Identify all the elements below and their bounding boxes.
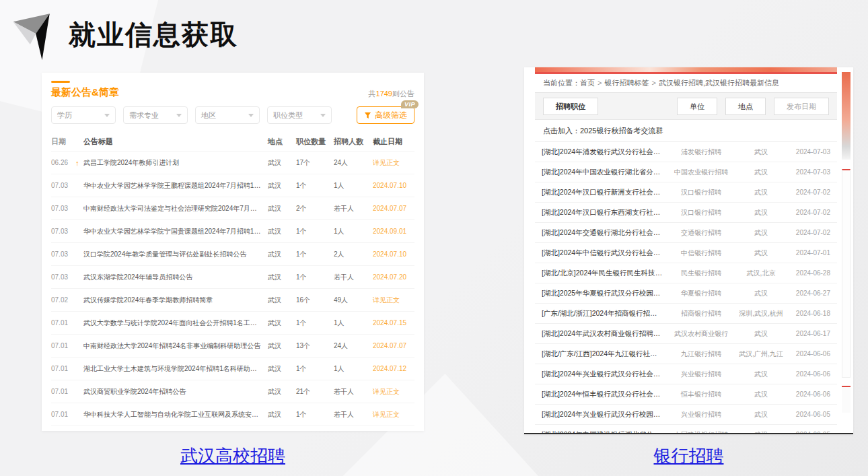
announcement-row[interactable]: 07.01 华中科技大学人工智能与自动化学院工业互联网及系统安全实验室2024年… (51, 403, 414, 426)
row-deadline[interactable]: 2024.07.20 (373, 273, 414, 281)
row-title[interactable]: [湖北]2025年华夏银行武汉分行校园招聘公告 (542, 289, 667, 298)
row-date: 2024-07-01 (787, 249, 830, 257)
row-title[interactable]: [湖北/北京]2024年民生银行民生科技社会招聘启事（6.28） (542, 269, 667, 278)
breadcrumb-item[interactable]: 银行招聘标签 (604, 79, 649, 87)
bank-row[interactable]: [湖北]2024年汉口银行新洲支行社会招聘启事（7.2） 汉口银行招聘 武汉 2… (535, 182, 837, 203)
advanced-filter-button[interactable]: 高级筛选 VIP (357, 106, 414, 124)
row-deadline[interactable]: 2024.07.12 (373, 365, 414, 372)
bank-row[interactable]: [湖北]2024年浦发银行武汉分行社会招聘启事 浦发银行招聘 武汉 2024-0… (535, 142, 837, 162)
row-title[interactable]: [广东/湖北/浙江]2024年招商银行招银云创社会招聘启事（6.18） (542, 309, 667, 318)
row-title[interactable]: [湖北]2024年兴业银行武汉分行校园招聘公告（6.5） (542, 410, 667, 419)
announcement-row[interactable]: 07.03 华中农业大学园艺林学学院宁国贵课题组2024年7月招聘1名科研辅助人… (51, 220, 414, 243)
row-title[interactable]: [湖北]2024年汉口银行新洲支行社会招聘启事（7.2） (542, 188, 667, 197)
row-date: 07.03 (51, 228, 75, 235)
row-title[interactable]: [湖北]2024年恒丰银行武汉分行社会招聘启事（6.6） (542, 390, 667, 399)
announcement-row[interactable]: 07.03 汉口学院2024年教学质量管理与评估处副处长招聘公告 武汉 1个 2… (51, 243, 414, 266)
row-date: 06.26 (51, 159, 75, 166)
bank-row[interactable]: [湖北]2024年兴业银行武汉分行社会招聘启事（6.6） 兴业银行招聘 武汉 2… (535, 364, 837, 384)
row-title[interactable]: 汉口学院2024年教学质量管理与评估处副处长招聘公告 (83, 250, 268, 259)
bank-row[interactable]: [广东/湖北/浙江]2024年招商银行招银云创社会招聘启事（6.18） 招商银行… (535, 304, 837, 324)
announcement-row[interactable]: 07.03 中南财经政法大学司法鉴定与社会治理研究院2024年7月招聘非事业编制… (51, 197, 414, 220)
breadcrumb-label: 当前位置： (543, 78, 580, 88)
bank-row[interactable]: [湖北]2024年汉口银行东西湖支行社会招聘启事（7.2） 汉口银行招聘 武汉 … (535, 203, 837, 223)
row-deadline[interactable]: 2024.07.07 (373, 205, 414, 212)
announcement-row[interactable]: 07.03 武汉东湖学院2024年辅导员招聘公告 武汉 1个 若干人 2024.… (51, 266, 414, 289)
row-title[interactable]: 武汉传媒学院2024年春季学期教师招聘简章 (83, 296, 268, 305)
bank-row[interactable]: [湖北]2024年交通银行湖北分行社会招聘启事（7.2） 交通银行招聘 武汉 2… (535, 223, 837, 243)
announcement-row[interactable]: 07.01 武汉大学数学与统计学院2024年面向社会公开招聘1名工作人员公告 武… (51, 312, 414, 335)
filter-position-button[interactable]: 招聘职位 (543, 98, 598, 115)
filter-dropdown[interactable]: 职位类型 (267, 106, 332, 124)
announcement-list: 06.26 ↑ 武昌工学院2024年教师引进计划 武汉 17个 24人 详见正文… (51, 151, 414, 426)
row-title[interactable]: 武汉商贸职业学院2024年招聘公告 (83, 387, 268, 397)
bank-row[interactable]: [湖北]2024年恒丰银行武汉分行社会招聘启事（6.6） 恒丰银行招聘 武汉 2… (535, 384, 837, 405)
bank-row[interactable]: [湖北]2025年华夏银行武汉分行校园招聘公告 华夏银行招聘 武汉 2024-0… (535, 283, 837, 304)
row-date: 07.03 (51, 205, 75, 212)
row-deadline[interactable]: 2024.07.10 (373, 182, 414, 189)
row-deadline[interactable]: 详见正文 (373, 387, 414, 397)
left-caption-link[interactable]: 武汉高校招聘 (42, 444, 424, 468)
bank-row[interactable]: [湖北]2024年兴业银行武汉分行校园招聘公告（6.5） 兴业银行招聘 武汉 2… (535, 405, 837, 425)
row-deadline[interactable]: 详见正文 (373, 410, 414, 419)
bank-row[interactable]: [湖北/北京]2024年民生银行民生科技社会招聘启事（6.28） 民生银行招聘 … (535, 263, 837, 283)
row-title[interactable]: [湖北/广东/江西]2024年九江银行社会招聘启事（6.6） (542, 349, 667, 359)
row-city: 武汉 (268, 387, 296, 397)
count-number: 1749 (376, 90, 392, 98)
filter-dropdown[interactable]: 需求专业 (123, 106, 188, 124)
row-title[interactable]: [湖北]2024年兴业银行武汉分行社会招聘启事（6.6） (542, 370, 667, 379)
row-title[interactable]: [湖北]2024年浦发银行武汉分行社会招聘启事 (542, 147, 667, 157)
row-city: 武汉 (268, 204, 296, 213)
bank-row[interactable]: [湖北]2024年武汉农村商业银行招聘公告（6.17） 武汉农村商业银行 武汉 … (535, 324, 837, 344)
row-city: 武汉 (268, 273, 296, 282)
row-title[interactable]: 武昌工学院2024年教师引进计划 (83, 158, 268, 168)
row-deadline[interactable]: 2024.07.07 (373, 342, 414, 349)
row-deadline[interactable]: 详见正文 (373, 158, 414, 168)
row-title[interactable]: 武汉大学数学与统计学院2024年面向社会公开招聘1名工作人员公告 (83, 318, 268, 328)
filter-unit-button[interactable]: 单位 (677, 98, 717, 115)
row-title[interactable]: 中南财经政法大学司法鉴定与社会治理研究院2024年7月招聘非事业编制专职科研..… (83, 204, 268, 213)
row-date: 2024-06-28 (787, 269, 830, 277)
bank-row[interactable]: [湖北]2024年中国建设银行湖北省分行暑期实习生招聘公告 中国建设银行招聘 武… (535, 425, 837, 434)
row-title[interactable]: [湖北]2024年中国农业银行湖北省分行暑期实习生招募公告 (542, 168, 667, 177)
row-date: 07.03 (51, 273, 75, 281)
announcement-row[interactable]: 06.26 ↑ 武昌工学院2024年教师引进计划 武汉 17个 24人 详见正文 (51, 151, 414, 174)
announcement-row[interactable]: 07.01 湖北工业大学土木建筑与环境学院2024年招聘1名科研助理启事 武汉 … (51, 358, 414, 380)
row-title[interactable]: 华中农业大学园艺林学学院王鹏程课题组2024年7月招聘1名科研助理公告 (83, 181, 268, 191)
row-deadline[interactable]: 2024.07.10 (373, 250, 414, 258)
row-title[interactable]: [湖北]2024年武汉农村商业银行招聘公告（6.17） (542, 329, 667, 339)
join-group-link[interactable]: 点击加入：2025银行秋招备考交流群 (535, 120, 837, 142)
filter-dropdown[interactable]: 地区 (195, 106, 260, 124)
announcement-row[interactable]: 07.03 华中农业大学园艺林学学院王鹏程课题组2024年7月招聘1名科研助理公… (51, 174, 414, 197)
bank-row[interactable]: [湖北]2024年中国农业银行湖北省分行暑期实习生招募公告 中国农业银行招聘 武… (535, 162, 837, 182)
row-title[interactable]: 武汉东湖学院2024年辅导员招聘公告 (83, 273, 268, 282)
row-deadline[interactable]: 2024.09.01 (373, 228, 414, 235)
filter-publish-date-button[interactable]: 发布日期 (774, 98, 829, 115)
row-deadline[interactable]: 2024.07.15 (373, 319, 414, 327)
announcement-row[interactable]: 07.01 中南财经政法大学2024年招聘24名非事业编制科研助理公告 武汉 1… (51, 335, 414, 358)
bank-row[interactable]: [湖北/广东/江西]2024年九江银行社会招聘启事（6.6） 九江银行招聘 武汉… (535, 344, 837, 364)
chevron-down-icon (320, 114, 326, 117)
cropped-sidebar (842, 72, 851, 433)
row-title[interactable]: 华中科技大学人工智能与自动化学院工业互联网及系统安全实验室2024年面向国内..… (83, 410, 268, 419)
bank-row[interactable]: [湖北]2024年中信银行武汉分行社会招聘启事（7.1） 中信银行招聘 武汉 2… (535, 243, 837, 263)
row-people: 1人 (334, 364, 373, 374)
row-title[interactable]: 中南财经政法大学2024年招聘24名非事业编制科研助理公告 (83, 341, 268, 351)
advanced-filter-label: 高级筛选 (375, 110, 407, 121)
row-organization: 武汉农村商业银行 (667, 329, 735, 339)
filter-location-button[interactable]: 地点 (725, 98, 766, 115)
row-title[interactable]: 湖北工业大学土木建筑与环境学院2024年招聘1名科研助理启事 (83, 364, 268, 374)
row-date: 2024-06-27 (787, 290, 830, 297)
filter-dropdown[interactable]: 学历 (51, 106, 116, 124)
announcement-row[interactable]: 07.01 武汉商贸职业学院2024年招聘公告 武汉 21个 若干人 详见正文 (51, 380, 414, 403)
row-city: 武汉 (268, 410, 296, 419)
row-date: 2024-06-06 (787, 390, 830, 398)
row-deadline[interactable]: 详见正文 (373, 296, 414, 305)
row-title[interactable]: [湖北]2024年中信银行武汉分行社会招聘启事（7.1） (542, 248, 667, 258)
row-title[interactable]: [湖北]2024年汉口银行东西湖支行社会招聘启事（7.2） (542, 208, 667, 217)
row-title[interactable]: [湖北]2024年中国建设银行湖北省分行暑期实习生招聘公告 (542, 430, 667, 435)
row-title[interactable]: 华中农业大学园艺林学学院宁国贵课题组2024年7月招聘1名科研辅助人员公告 (83, 227, 268, 236)
breadcrumb-item[interactable]: 首页 (580, 79, 595, 87)
row-title[interactable]: [湖北]2024年交通银行湖北分行社会招聘启事（7.2） (542, 228, 667, 238)
announcement-row[interactable]: 07.02 武汉传媒学院2024年春季学期教师招聘简章 武汉 16个 49人 详… (51, 289, 414, 312)
right-caption-link[interactable]: 银行招聘 (524, 444, 853, 468)
